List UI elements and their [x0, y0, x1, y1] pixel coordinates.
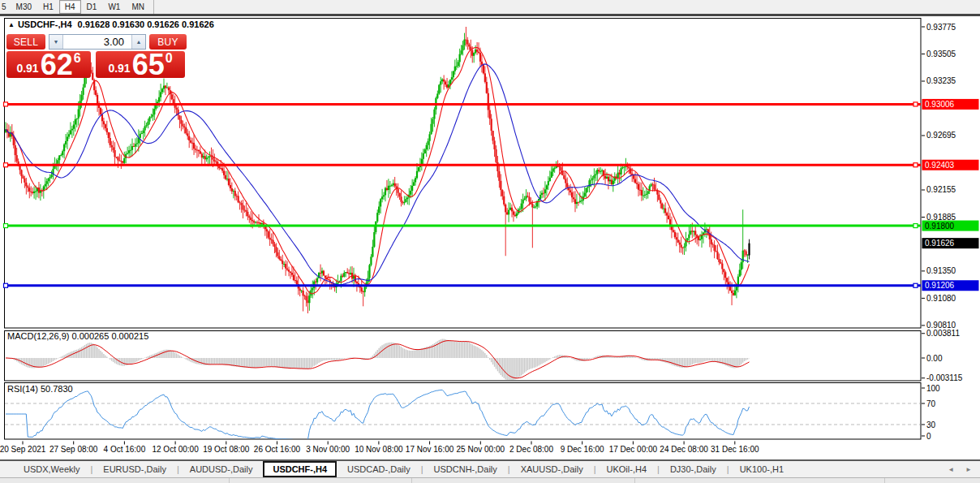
chart-ohlc-values: 0.91628 0.91630 0.91626 0.91626 [78, 19, 214, 29]
svg-text:17 Dec 00:00: 17 Dec 00:00 [609, 445, 658, 454]
svg-text:0.91800: 0.91800 [925, 222, 955, 231]
buy-price-big: 65 [132, 54, 165, 77]
svg-text:31 Dec 16:00: 31 Dec 16:00 [711, 445, 759, 454]
chart-tab-usdcnh-daily[interactable]: USDCNH-,Daily [423, 461, 508, 477]
sell-price-prefix: 0.91 [16, 62, 38, 75]
svg-text:19 Oct 08:00: 19 Oct 08:00 [203, 445, 250, 454]
svg-text:17 Nov 16:00: 17 Nov 16:00 [406, 445, 454, 454]
svg-text:20 Sep 2021: 20 Sep 2021 [0, 445, 46, 454]
svg-text:9 Dec 16:00: 9 Dec 16:00 [561, 445, 604, 454]
chart-tab-usdcad-daily[interactable]: USDCAD-,Daily [337, 461, 421, 477]
price-badge-resistance-1: 0.93006 [922, 99, 979, 110]
svg-text:0.91350: 0.91350 [926, 266, 956, 275]
chart-tab-audusd-daily[interactable]: AUDUSD-,Daily [179, 461, 264, 477]
svg-text:-0.003115: -0.003115 [926, 373, 963, 382]
svg-text:0.003811: 0.003811 [926, 329, 960, 338]
svg-text:0.92403: 0.92403 [925, 161, 955, 170]
chart-tab-dj30-daily[interactable]: DJ30-,Daily [660, 461, 727, 477]
one-click-trading-panel: SELL ▼ 3.00 ▲ BUY 0.91 62 6 0.91 65 0 [6, 34, 187, 78]
chart-tab-xauusd-daily[interactable]: XAUUSD-,Daily [510, 461, 594, 477]
svg-text:0.00: 0.00 [926, 354, 943, 363]
svg-text:0.93505: 0.93505 [926, 50, 956, 58]
rsi-pane[interactable] [5, 383, 922, 440]
chart-tab-usdx-weekly[interactable]: USDX,Weekly [13, 461, 90, 477]
timeframe-button-d1[interactable]: D1 [81, 0, 103, 14]
svg-text:0.91206: 0.91206 [925, 281, 955, 290]
volume-spinner: ▼ 3.00 ▲ [49, 34, 146, 50]
svg-text:3 Nov 00:00: 3 Nov 00:00 [306, 445, 350, 454]
price-badge-support-blue: 0.91206 [922, 280, 979, 291]
svg-text:2 Dec 08:00: 2 Dec 08:00 [509, 445, 553, 454]
svg-text:27 Sep 08:00: 27 Sep 08:00 [49, 445, 98, 454]
chart-tab-eurusd-daily[interactable]: EURUSD-,Daily [92, 461, 177, 477]
chart-symbol-label: USDCHF-,H4 [18, 19, 72, 29]
buy-price-pip: 0 [165, 51, 173, 66]
macd-axis: 0.0038110.00-0.003115 [922, 329, 963, 382]
svg-text:0.91626: 0.91626 [925, 239, 955, 248]
price-badge-resistance-2: 0.92403 [922, 160, 979, 170]
svg-text:0.92695: 0.92695 [926, 131, 956, 140]
svg-text:10 Nov 08:00: 10 Nov 08:00 [355, 445, 403, 454]
sell-button[interactable]: SELL [6, 34, 45, 50]
svg-text:0.93235: 0.93235 [926, 76, 956, 85]
chart-tab-bar: USDX,Weekly|EURUSD-,Daily|AUDUSD-,DailyU… [0, 460, 980, 477]
svg-text:4 Oct 16:00: 4 Oct 16:00 [104, 445, 146, 454]
triangle-up-icon: ▲ [136, 39, 142, 45]
tab-scroll-left-icon[interactable]: ◄ [948, 466, 954, 473]
buy-price-button[interactable]: 0.91 65 0 [96, 51, 185, 78]
timeframe-button-h1[interactable]: H1 [37, 0, 59, 14]
toolbar-separator [153, 0, 154, 14]
svg-text:0.93006: 0.93006 [925, 100, 955, 109]
svg-text:30: 30 [926, 420, 936, 429]
svg-text:0.93775: 0.93775 [926, 23, 956, 32]
svg-text:0.92155: 0.92155 [926, 185, 956, 194]
rsi-indicator-label: RSI(14) 50.7830 [7, 384, 73, 394]
volume-increase-button[interactable]: ▲ [131, 35, 145, 49]
buy-button[interactable]: BUY [149, 34, 187, 50]
status-strip [0, 477, 980, 483]
timeframe-button-mn[interactable]: MN [126, 0, 150, 14]
svg-text:0.91080: 0.91080 [926, 294, 956, 303]
timeframe-button-h4[interactable]: H4 [59, 0, 81, 14]
price-badge-support-green: 0.91800 [922, 221, 979, 231]
timeframe-button-5[interactable]: 5 [0, 0, 11, 14]
sell-price-pip: 6 [74, 51, 81, 66]
svg-text:26 Oct 16:00: 26 Oct 16:00 [254, 445, 301, 454]
timeframe-button-m30[interactable]: M30 [11, 0, 37, 14]
toolbar-divider [0, 14, 980, 16]
volume-input[interactable]: 3.00 [63, 35, 131, 49]
chart-tab-usdchf-h4[interactable]: USDCHF-,H4 [263, 461, 337, 477]
buy-price-prefix: 0.91 [108, 62, 130, 75]
sell-price-big: 62 [41, 54, 73, 77]
current-price-badge: 0.91626 [922, 238, 979, 248]
svg-text:70: 70 [926, 399, 936, 408]
svg-text:25 Nov 00:00: 25 Nov 00:00 [457, 445, 505, 454]
time-axis[interactable]: 20 Sep 202127 Sep 08:004 Oct 16:0012 Oct… [0, 442, 759, 455]
triangle-down-icon: ▼ [54, 39, 59, 45]
svg-text:0.91885: 0.91885 [926, 213, 956, 222]
rsi-axis: 10070300 [922, 384, 940, 441]
svg-text:24 Dec 08:00: 24 Dec 08:00 [660, 445, 708, 454]
timeframe-toolbar: 5M30H1H4D1W1MN [0, 0, 980, 14]
svg-text:100: 100 [926, 384, 940, 393]
collapse-arrow-icon[interactable]: ▲ [8, 21, 15, 28]
chart-title: ▲USDCHF-,H40.91628 0.91630 0.91626 0.916… [8, 19, 214, 29]
svg-text:12 Oct 00:00: 12 Oct 00:00 [152, 445, 199, 454]
chart-tab-uk100-h1[interactable]: UK100-,H1 [729, 461, 794, 477]
macd-indicator-label: MACD(12,26,9) 0.000265 0.000215 [7, 331, 148, 341]
timeframe-button-w1[interactable]: W1 [102, 0, 126, 14]
volume-decrease-button[interactable]: ▼ [49, 35, 63, 49]
chart-tab-ukoil-h4[interactable]: UKOil-,H4 [596, 461, 658, 477]
sell-price-button[interactable]: 0.91 62 6 [6, 51, 91, 78]
tab-scroll-right-icon[interactable]: ► [965, 466, 972, 473]
svg-text:0: 0 [926, 432, 931, 441]
